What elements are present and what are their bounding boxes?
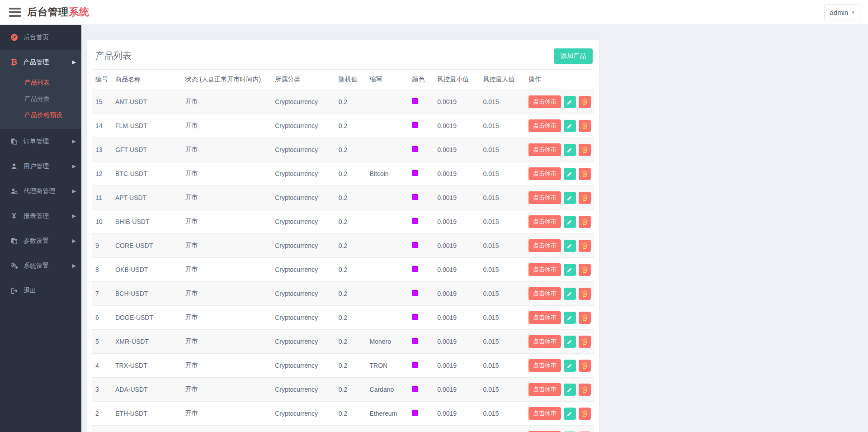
cell-risk-max: 0.015 (480, 162, 525, 186)
sidebar-subitem-product-price-preset[interactable]: 产品价格预设 (0, 107, 81, 123)
sidebar-item-system[interactable]: 系统设置 ▶ (0, 253, 81, 278)
table-row: 10 SHIB-USDT 开市 Cryptocurrency 0.2 0.001… (92, 210, 594, 234)
pencil-icon (567, 99, 573, 105)
delete-button[interactable] (579, 192, 591, 204)
close-market-button[interactable]: 点击休市 (528, 359, 561, 372)
delete-button[interactable] (579, 96, 591, 108)
delete-button[interactable] (579, 336, 591, 348)
cell-operations: 点击休市 (525, 90, 594, 114)
table-row: 14 FLM-USDT 开市 Cryptocurrency 0.2 0.0019… (92, 114, 594, 138)
close-market-button[interactable]: 点击休市 (528, 263, 561, 276)
sidebar-item-home[interactable]: 后台首页 (0, 25, 81, 50)
close-market-button[interactable]: 点击休市 (528, 287, 561, 300)
pencil-icon (567, 387, 573, 393)
edit-button[interactable] (564, 144, 576, 156)
edit-button[interactable] (564, 360, 576, 372)
edit-button[interactable] (564, 264, 576, 276)
cell-risk-min: 0.0019 (434, 330, 479, 354)
close-market-button[interactable]: 点击休市 (528, 119, 561, 132)
delete-button[interactable] (579, 120, 591, 132)
cell-color (409, 162, 434, 186)
color-swatch (412, 362, 418, 368)
trash-icon (582, 195, 588, 201)
edit-button[interactable] (564, 312, 576, 324)
cell-random: 0.2 (335, 330, 366, 354)
cell-risk-max: 0.015 (480, 378, 525, 402)
bitcoin-icon: ₿ (9, 58, 19, 67)
menu-toggle-icon[interactable] (9, 8, 21, 17)
close-market-button[interactable]: 点击休市 (528, 215, 561, 228)
delete-button[interactable] (579, 264, 591, 276)
close-market-button[interactable]: 点击休市 (528, 383, 561, 396)
chevron-down-icon: ▾ (852, 9, 854, 15)
close-market-button[interactable]: 点击休市 (528, 311, 561, 324)
table-row: 1 CVX-USDT 开市 Cryptocurrency 0.2 0.0019 … (92, 426, 594, 432)
delete-button[interactable] (579, 384, 591, 396)
table-row: 7 BCH-USDT 开市 Cryptocurrency 0.2 0.0019 … (92, 282, 594, 306)
delete-button[interactable] (579, 240, 591, 252)
sidebar-item-users[interactable]: 用户管理 ▶ (0, 154, 81, 179)
delete-button[interactable] (579, 360, 591, 372)
color-swatch (412, 146, 418, 152)
sidebar-item-orders[interactable]: 订单管理 ▶ (0, 129, 81, 154)
pencil-icon (567, 171, 573, 177)
edit-button[interactable] (564, 408, 576, 420)
edit-button[interactable] (564, 240, 576, 252)
close-market-button[interactable]: 点击休市 (528, 335, 561, 348)
sidebar-subitem-product-list[interactable]: 产品列表 (0, 75, 81, 91)
close-market-button[interactable]: 点击休市 (528, 191, 561, 204)
pencil-icon (567, 363, 573, 369)
cell-status: 开市 (182, 402, 271, 426)
user-dropdown[interactable]: admin ▾ (824, 4, 860, 20)
sidebar-item-reports[interactable]: ¥ 报表管理 ▶ (0, 204, 81, 228)
color-swatch (412, 98, 418, 104)
cell-name: BCH-USDT (112, 282, 182, 306)
cell-color (409, 114, 434, 138)
sidebar-subitem-product-category[interactable]: 产品分类 (0, 91, 81, 107)
delete-button[interactable] (579, 288, 591, 300)
agent-icon (9, 188, 19, 195)
delete-button[interactable] (579, 168, 591, 180)
edit-button[interactable] (564, 336, 576, 348)
edit-button[interactable] (564, 120, 576, 132)
chevron-right-icon: ▶ (72, 238, 76, 244)
edit-button[interactable] (564, 288, 576, 300)
table-row: 8 OKB-USDT 开市 Cryptocurrency 0.2 0.0019 … (92, 258, 594, 282)
delete-button[interactable] (579, 408, 591, 420)
edit-button[interactable] (564, 192, 576, 204)
app-title-accent: 系统 (69, 6, 90, 18)
cell-risk-min: 0.0019 (434, 90, 479, 114)
edit-button[interactable] (564, 168, 576, 180)
close-market-button[interactable]: 点击休市 (528, 95, 561, 108)
edit-button[interactable] (564, 216, 576, 228)
cell-category: Cryptocurrency (271, 186, 335, 210)
edit-button[interactable] (564, 96, 576, 108)
app-title-main: 后台管理 (27, 6, 69, 18)
delete-button[interactable] (579, 216, 591, 228)
cell-status: 开市 (182, 306, 271, 330)
add-product-button[interactable]: 添加产品 (554, 48, 593, 64)
close-market-button[interactable]: 点击休市 (528, 167, 561, 180)
sidebar-item-logout[interactable]: 退出 (0, 278, 81, 303)
cell-category: Cryptocurrency (271, 234, 335, 258)
edit-button[interactable] (564, 384, 576, 396)
table-row: 5 XMR-USDT 开市 Cryptocurrency 0.2 Monero … (92, 330, 594, 354)
sidebar-item-products[interactable]: ₿ 产品管理 ▶ (0, 50, 81, 75)
cell-name: CVX-USDT (112, 426, 182, 432)
delete-button[interactable] (579, 144, 591, 156)
cell-operations: 点击休市 (525, 138, 594, 162)
close-market-button[interactable]: 点击休市 (528, 239, 561, 252)
cell-name: APT-USDT (112, 186, 182, 210)
gears-icon (9, 262, 19, 270)
cell-risk-min: 0.0019 (434, 138, 479, 162)
sidebar-item-params[interactable]: 参数设置 ▶ (0, 228, 81, 253)
close-market-button[interactable]: 点击休市 (528, 143, 561, 156)
cell-id: 3 (92, 378, 112, 402)
close-market-button[interactable]: 点击休市 (528, 407, 561, 420)
sidebar-item-agents[interactable]: 代理商管理 ▶ (0, 179, 81, 204)
sidebar-item-label: 退出 (24, 287, 76, 295)
chevron-right-icon: ▶ (72, 163, 76, 169)
trash-icon (582, 123, 588, 129)
delete-button[interactable] (579, 312, 591, 324)
cell-status: 开市 (182, 210, 271, 234)
